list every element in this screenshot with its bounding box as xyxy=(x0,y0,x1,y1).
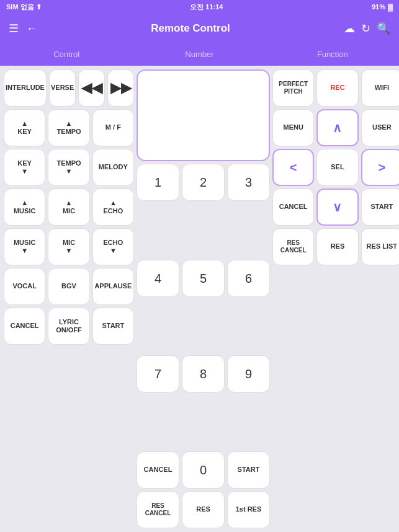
interlude-button[interactable]: INTERLUDE xyxy=(4,69,47,107)
status-bar: SIM 없음 ⬆ 오전 11:14 91% ▓ xyxy=(0,0,399,14)
key-down-button[interactable]: KEY ▼ xyxy=(4,149,45,186)
start-right-button[interactable]: START xyxy=(361,188,399,226)
res-cancel-button[interactable]: RES CANCEL xyxy=(137,491,179,528)
start-num-button[interactable]: START xyxy=(227,451,270,489)
right-row-2: MENU ∧ USER xyxy=(272,109,399,146)
status-carrier: SIM 없음 ⬆ xyxy=(6,2,42,12)
res-row: RES CANCEL RES 1st RES xyxy=(137,491,270,528)
numpad-bottom: CANCEL 0 START xyxy=(137,451,270,489)
perfect-pitch-button[interactable]: PERFECT PITCH xyxy=(272,69,314,107)
res-button[interactable]: RES xyxy=(182,491,225,528)
tab-number[interactable]: Number xyxy=(133,43,266,66)
right-row-1: PERFECT PITCH REC WIFI xyxy=(272,69,399,107)
lyric-button[interactable]: LYRIC ON/OFF xyxy=(48,308,89,345)
res-right-button[interactable]: RES xyxy=(316,228,358,265)
row-2: ▲ KEY ▲ TEMPO M / F xyxy=(4,109,134,146)
wifi-button[interactable]: WIFI xyxy=(361,69,399,107)
res-1st-button[interactable]: 1st RES xyxy=(227,491,270,528)
menu-icon[interactable]: ☰ xyxy=(9,22,19,35)
nav-up-button[interactable]: ∧ xyxy=(316,109,358,146)
num-8-button[interactable]: 8 xyxy=(182,355,225,392)
num-3-button[interactable]: 3 xyxy=(227,164,270,201)
main-content: INTERLUDE VERSE ◀◀ ▶▶ ▲ KEY ▲ TEMPO M / … xyxy=(0,66,399,532)
num-1-button[interactable]: 1 xyxy=(137,164,179,201)
search-icon[interactable]: 🔍 xyxy=(377,22,390,35)
num-5-button[interactable]: 5 xyxy=(182,260,225,297)
nav-left-button[interactable]: < xyxy=(272,149,314,186)
right-row-4: CANCEL ∨ START xyxy=(272,188,399,226)
center-column: 1 2 3 4 5 6 7 8 9 CANCEL 0 START RES CAN… xyxy=(137,69,270,528)
row-6: VOCAL BGV APPLAUSE xyxy=(4,268,134,305)
menu-button[interactable]: MENU xyxy=(272,109,314,146)
echo-down-button[interactable]: ECHO ▼ xyxy=(92,228,134,265)
key-up-button[interactable]: ▲ KEY xyxy=(4,109,45,146)
cancel-right-button[interactable]: CANCEL xyxy=(272,188,314,226)
numpad: 1 2 3 4 5 6 7 8 9 xyxy=(137,164,270,449)
melody-button[interactable]: MELODY xyxy=(92,149,134,186)
echo-up-button[interactable]: ▲ ECHO xyxy=(92,188,134,226)
bgv-button[interactable]: BGV xyxy=(48,268,89,305)
mic-down-button[interactable]: MIC ▼ xyxy=(48,228,89,265)
cloud-icon[interactable]: ☁ xyxy=(344,22,355,35)
sel-button[interactable]: SEL xyxy=(316,149,358,186)
tempo-down-button[interactable]: TEMPO ▼ xyxy=(48,149,89,186)
back-icon[interactable]: ← xyxy=(26,22,37,35)
res-cancel-right-button[interactable]: RES CANCEL xyxy=(272,228,314,265)
num-4-button[interactable]: 4 xyxy=(137,260,179,297)
start-left-button[interactable]: START xyxy=(92,308,134,345)
header-right: ☁ ↻ 🔍 xyxy=(344,22,390,35)
tempo-up-button[interactable]: ▲ TEMPO xyxy=(48,109,89,146)
num-9-button[interactable]: 9 xyxy=(227,355,270,392)
user-button[interactable]: USER xyxy=(361,109,399,146)
right-row-3: < SEL > xyxy=(272,149,399,186)
nav-right-button[interactable]: > xyxy=(361,149,399,186)
refresh-icon[interactable]: ↻ xyxy=(361,22,370,35)
status-time: 오전 11:14 xyxy=(190,2,223,12)
rewind-button[interactable]: ◀◀ xyxy=(78,69,105,107)
cancel-left-button[interactable]: CANCEL xyxy=(4,308,45,345)
row-4: ▲ MUSIC ▲ MIC ▲ ECHO xyxy=(4,188,134,226)
display-screen xyxy=(137,69,270,161)
mic-up-button[interactable]: ▲ MIC xyxy=(48,188,89,226)
mf-button[interactable]: M / F xyxy=(92,109,134,146)
music-up-button[interactable]: ▲ MUSIC xyxy=(4,188,45,226)
rec-button[interactable]: REC xyxy=(316,69,358,107)
num-2-button[interactable]: 2 xyxy=(182,164,225,201)
header-left: ☰ ← xyxy=(9,22,37,35)
row-7: CANCEL LYRIC ON/OFF START xyxy=(4,308,134,345)
nav-down-button[interactable]: ∨ xyxy=(316,188,358,226)
tab-function[interactable]: Function xyxy=(266,43,399,66)
row-top: INTERLUDE VERSE ◀◀ ▶▶ xyxy=(4,69,134,107)
left-column: INTERLUDE VERSE ◀◀ ▶▶ ▲ KEY ▲ TEMPO M / … xyxy=(4,69,134,528)
right-row-5: RES CANCEL RES RES LIST xyxy=(272,228,399,265)
row-3: KEY ▼ TEMPO ▼ MELODY xyxy=(4,149,134,186)
header: ☰ ← Remote Control ☁ ↻ 🔍 xyxy=(0,14,399,43)
tab-control[interactable]: Control xyxy=(0,43,133,66)
page-title: Remote Control xyxy=(37,22,344,35)
tab-bar: Control Number Function xyxy=(0,43,399,66)
num-0-button[interactable]: 0 xyxy=(182,451,225,489)
applause-button[interactable]: APPLAUSE xyxy=(92,268,134,305)
cancel-num-button[interactable]: CANCEL xyxy=(137,451,179,489)
res-list-button[interactable]: RES LIST xyxy=(361,228,399,265)
music-down-button[interactable]: MUSIC ▼ xyxy=(4,228,45,265)
row-5: MUSIC ▼ MIC ▼ ECHO ▼ xyxy=(4,228,134,265)
right-column: PERFECT PITCH REC WIFI MENU ∧ USER < SEL… xyxy=(272,69,399,528)
num-6-button[interactable]: 6 xyxy=(227,260,270,297)
status-right: 91% ▓ xyxy=(372,3,393,11)
fast-forward-button[interactable]: ▶▶ xyxy=(107,69,134,107)
num-7-button[interactable]: 7 xyxy=(137,355,179,392)
vocal-button[interactable]: VOCAL xyxy=(4,268,45,305)
verse-button[interactable]: VERSE xyxy=(49,69,76,107)
